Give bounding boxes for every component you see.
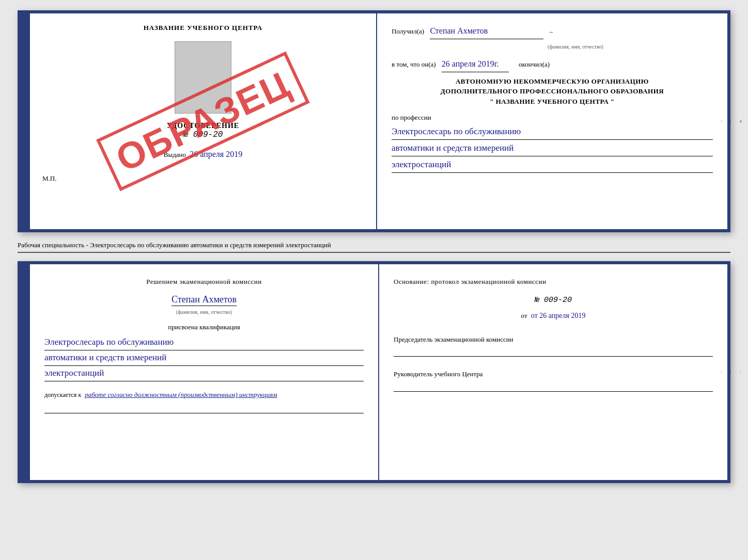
received-name: Степан Ахметов [430,24,543,39]
org-title: АВТОНОМНУЮ НЕКОММЕРЧЕСКУЮ ОРГАНИЗАЦИЮ ДО… [392,76,713,107]
qual-line3: электростанций [44,368,104,378]
cert-number: № 009-20 [183,130,223,139]
cert-mp: М.П. [42,174,56,183]
protocol-number: № 009-20 [394,293,713,307]
qualification-label: присвоена квалификация [44,321,364,333]
commission-label: Решением экаменационной комиссии [44,276,364,287]
cert-type-label: УДОСТОВЕРЕНИЕ [167,122,239,130]
received-line: Получил(а) Степан Ахметов – [392,24,713,39]
chairman-block: Председатель экзаменационной комиссии [394,334,713,357]
side-decoration: ––иа←––– [718,13,725,229]
cert-issued-label: Выдано 26 апреля 2019 [164,150,242,159]
spine-left [21,13,30,229]
chairman-signature [394,346,713,357]
director-block: Руководитель учебного Центра [394,369,713,392]
profession-line1: Электрослесарь по обслуживанию [392,124,713,140]
bottom-name-placeholder: (фамилия, имя, отчество) [44,308,364,317]
qual-line1: Электрослесарь по обслуживанию [44,337,174,347]
cert-left-panel: НАЗВАНИЕ УЧЕБНОГО ЦЕНТРА УДОСТОВЕРЕНИЕ №… [30,13,377,229]
profession-line2: автоматики и средств измерений [392,141,713,156]
received-label: Получил(а) [392,27,424,35]
allowed-block: допускается к работе согласно должностны… [44,389,364,401]
signature-line-left [44,403,364,413]
cert-right-panel: Получил(а) Степан Ахметов – (фамилия, им… [377,13,727,229]
bottom-left-panel: Решением экаменационной комиссии Степан … [30,264,379,480]
basis-label: Основание: протокол экзаменационной коми… [394,276,713,287]
protocol-date: от от 26 апреля 2019 [394,309,713,322]
completion-date: 26 апреля 2019г. [442,57,509,72]
allowed-text: работе согласно должностным (производств… [85,391,277,398]
bottom-document: Решением экаменационной комиссии Степан … [18,261,730,483]
in-that-line: в том, что он(а) 26 апреля 2019г. окончи… [392,57,713,72]
director-signature [394,381,713,392]
cert-school-title: НАЗВАНИЕ УЧЕБНОГО ЦЕНТРА [144,24,263,32]
name-placeholder-label: (фамилия, имя, отчество) [438,42,713,52]
profession-line3: электростанций [392,157,713,173]
person-name: Степан Ахметов [172,294,237,306]
qual-line2: автоматики и средств измерений [44,353,166,362]
bottom-right-panel: Основание: протокол экзаменационной коми… [379,264,727,480]
spine-bottom-left [21,264,30,480]
top-document: НАЗВАНИЕ УЧЕБНОГО ЦЕНТРА УДОСТОВЕРЕНИЕ №… [18,10,730,232]
cert-photo [175,41,231,114]
separator-text: Рабочая специальность - Электрослесарь п… [18,241,730,253]
profession-label: по профессии [392,111,713,123]
side-decoration-bottom: –––иа←––– [718,264,725,480]
